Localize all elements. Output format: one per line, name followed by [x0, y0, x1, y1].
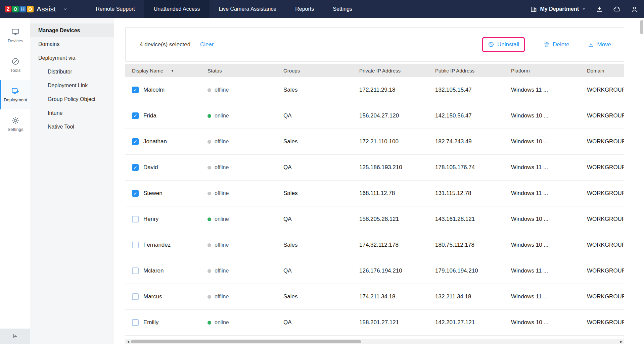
- cloud-icon[interactable]: [613, 5, 621, 13]
- device-status: online: [215, 216, 229, 222]
- device-group: QA: [283, 319, 359, 326]
- column-platform: Platform: [511, 68, 587, 73]
- device-name: Henry: [143, 216, 158, 223]
- sidebar-item-domains[interactable]: Domains: [30, 37, 114, 51]
- uninstall-icon: [488, 41, 494, 48]
- device-name: Mclaren: [143, 267, 164, 274]
- sidebar-item-intune[interactable]: Intune: [30, 106, 114, 120]
- table-row: ✓ Mclaren offline QA 126.176.194.210 179…: [125, 258, 624, 284]
- device-platform: Windows 11 ...: [511, 190, 587, 197]
- horizontal-scrollbar[interactable]: ◀ ▶: [125, 339, 624, 344]
- device-private-ip: 158.201.27.121: [359, 319, 435, 326]
- device-public-ip: 143.161.28.121: [435, 216, 511, 223]
- sidebar-item-group-policy-object[interactable]: Group Policy Object: [30, 92, 114, 106]
- status-dot: [208, 321, 211, 325]
- device-platform: Windows 10 ...: [511, 319, 587, 326]
- sidebar-item-deployment-via[interactable]: Deployment via: [30, 51, 114, 65]
- check-icon: ✓: [133, 113, 137, 118]
- nav-unattended-access[interactable]: Unattended Access: [144, 0, 210, 18]
- row-checkbox[interactable]: ✓: [132, 293, 139, 300]
- row-checkbox[interactable]: ✓: [132, 87, 139, 93]
- device-public-ip: 179.106.194.210: [435, 267, 511, 274]
- sidebar-item-distributor[interactable]: Distributor: [30, 65, 114, 79]
- app-shell: Devices Tools Deployment Settings: [0, 18, 644, 344]
- device-group: QA: [283, 216, 359, 223]
- row-checkbox[interactable]: ✓: [132, 112, 139, 119]
- sidebar-item-native-tool[interactable]: Native Tool: [30, 120, 114, 134]
- status-dot: [208, 166, 211, 169]
- device-public-ip: 182.74.243.49: [435, 138, 511, 145]
- sidebar-collapse-button[interactable]: [0, 329, 30, 344]
- device-status: online: [215, 320, 229, 326]
- toolbar-actions: Uninstall Delete Move: [482, 37, 611, 52]
- device-domain: WORKGROUP: [587, 190, 624, 197]
- device-name: Malcolm: [143, 87, 165, 93]
- rail-item-tools[interactable]: Tools: [0, 50, 30, 80]
- status-dot: [208, 269, 211, 273]
- device-private-ip: 168.111.12.78: [359, 190, 435, 197]
- nav-live-camera-assistance[interactable]: Live Camera Assistance: [210, 0, 286, 18]
- scroll-left-icon[interactable]: ◀: [125, 340, 131, 343]
- rail-label: Settings: [8, 127, 24, 132]
- scroll-right-icon[interactable]: ▶: [618, 340, 624, 343]
- device-status: offline: [215, 190, 229, 196]
- sidebar-item-deployment-link[interactable]: Deployment Link: [30, 79, 114, 92]
- device-group: Sales: [283, 190, 359, 197]
- device-status: offline: [215, 87, 229, 93]
- row-checkbox[interactable]: ✓: [132, 216, 139, 223]
- row-checkbox[interactable]: ✓: [132, 319, 139, 326]
- device-public-ip: 142.201.27.121: [435, 319, 511, 326]
- device-status: offline: [215, 242, 229, 248]
- rail-label: Tools: [10, 68, 20, 73]
- device-public-ip: 131.115.12.78: [435, 190, 511, 197]
- clear-selection-link[interactable]: Clear: [200, 41, 214, 48]
- brand[interactable]: ZOHO Assist: [0, 5, 71, 13]
- rail-item-settings[interactable]: Settings: [0, 109, 30, 139]
- rail-item-devices[interactable]: Devices: [0, 21, 30, 50]
- sidebar-item-manage-devices[interactable]: Manage Devices: [30, 23, 114, 37]
- download-icon[interactable]: [596, 6, 603, 13]
- status-dot: [208, 243, 211, 247]
- uninstall-button[interactable]: Uninstall: [488, 41, 519, 48]
- row-checkbox[interactable]: ✓: [132, 164, 139, 171]
- horizontal-scrollbar-thumb[interactable]: [131, 340, 361, 343]
- department-selector[interactable]: My Department: [531, 6, 586, 12]
- nav-settings[interactable]: Settings: [323, 0, 362, 18]
- tools-icon: [11, 57, 19, 65]
- logo-letter: Z: [5, 6, 11, 12]
- device-name: David: [143, 164, 158, 171]
- uninstall-label: Uninstall: [497, 41, 519, 48]
- device-domain: WORKGROUP: [587, 138, 624, 145]
- user-icon[interactable]: [631, 6, 638, 13]
- device-private-ip: 156.204.27.120: [359, 112, 435, 119]
- delete-button[interactable]: Delete: [544, 41, 569, 48]
- delete-label: Delete: [553, 41, 569, 48]
- selection-count-text: 4 device(s) selected.: [140, 41, 192, 48]
- device-name: Jonathan: [143, 138, 167, 145]
- nav-reports[interactable]: Reports: [286, 0, 323, 18]
- move-button[interactable]: Move: [588, 41, 611, 48]
- move-icon: [588, 42, 594, 48]
- nav-remote-support[interactable]: Remote Support: [86, 0, 144, 18]
- column-display-name[interactable]: Display Name ▼: [125, 68, 208, 73]
- sort-desc-icon[interactable]: ▼: [171, 69, 174, 72]
- device-private-ip: 174.211.34.18: [359, 293, 435, 300]
- check-icon: ✓: [133, 165, 137, 170]
- device-status: offline: [215, 294, 229, 300]
- logo-letter: O: [27, 6, 34, 12]
- row-checkbox[interactable]: ✓: [132, 190, 139, 197]
- rail-item-deployment[interactable]: Deployment: [0, 80, 30, 109]
- chevron-down-icon[interactable]: [63, 7, 67, 11]
- table-row: ✓ Jonathan offline Sales 172.21.110.100 …: [125, 129, 624, 155]
- device-public-ip: 132.105.15.47: [435, 87, 511, 93]
- vertical-scrollbar-thumb[interactable]: [640, 20, 643, 34]
- collapse-icon: [12, 333, 18, 339]
- device-domain: WORKGROUP: [587, 112, 624, 119]
- device-status: online: [215, 113, 229, 119]
- row-checkbox[interactable]: ✓: [132, 138, 139, 145]
- deployment-sidebar: Manage Devices Domains Deployment via Di…: [30, 18, 114, 344]
- device-group: QA: [283, 164, 359, 171]
- row-checkbox[interactable]: ✓: [132, 267, 139, 274]
- row-checkbox[interactable]: ✓: [132, 242, 139, 248]
- device-group: QA: [283, 267, 359, 274]
